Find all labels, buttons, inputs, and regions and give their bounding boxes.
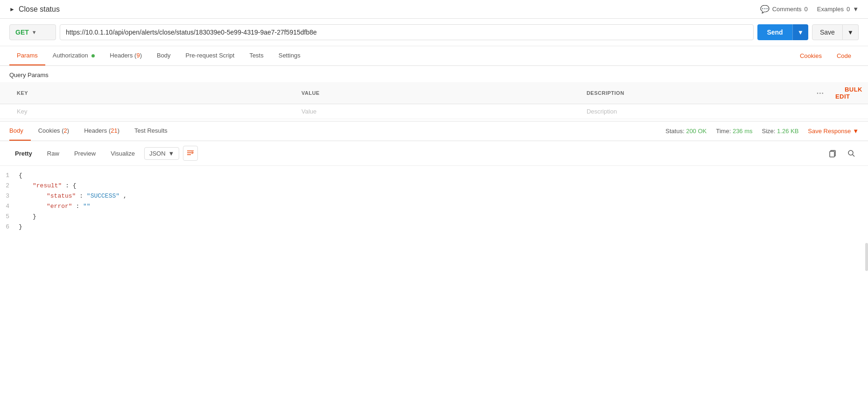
format-select-label: JSON: [149, 150, 166, 157]
tab-settings[interactable]: Settings: [271, 46, 308, 65]
code-area: 1 { 2 "result" : { 3 "status" : "SUCCESS…: [0, 166, 868, 237]
request-tabs: Params Authorization Headers (9) Body Pr…: [0, 46, 868, 66]
checkbox-cell: [0, 104, 11, 119]
line-content: }: [19, 212, 863, 222]
tab-authorization[interactable]: Authorization: [45, 46, 103, 65]
resp-tab-test-results[interactable]: Test Results: [134, 121, 175, 141]
page-title: Close status: [19, 5, 60, 14]
chevron-down-icon: ▼: [853, 128, 859, 135]
copy-button[interactable]: [825, 146, 840, 161]
line-content: "error" : "": [19, 201, 863, 212]
authorization-dot: [91, 54, 95, 57]
comments-count: 0: [805, 6, 808, 13]
col-desc-header: DESCRIPTION: [581, 82, 811, 104]
code-line-6: 6 }: [0, 222, 863, 232]
send-group: Send ▼: [757, 24, 808, 40]
size-value: 1.26 KB: [777, 128, 798, 135]
line-content: }: [19, 222, 863, 232]
line-content: "result" : {: [19, 181, 863, 191]
method-selector[interactable]: GET ▼: [9, 24, 56, 40]
save-response-button[interactable]: Save Response ▼: [808, 128, 859, 135]
copy-icon: [828, 149, 837, 157]
search-button[interactable]: [844, 146, 859, 161]
line-number: 5: [0, 212, 19, 222]
desc-cell-placeholder[interactable]: Description: [581, 104, 811, 119]
line-content: {: [19, 171, 863, 181]
tab-pre-request[interactable]: Pre-request Script: [178, 46, 242, 65]
status-label: Status: 200 OK: [665, 128, 707, 135]
svg-rect-4: [830, 151, 834, 157]
params-table: KEY VALUE DESCRIPTION ⋯ Bulk Edit Key Va…: [0, 82, 868, 119]
url-bar: GET ▼ Send ▼ Save ▼: [0, 19, 868, 46]
format-tab-preview[interactable]: Preview: [69, 147, 101, 160]
code-line-1: 1 {: [0, 171, 863, 181]
code-line-5: 5 }: [0, 212, 863, 222]
code-line-2: 2 "result" : {: [0, 181, 863, 191]
examples-label: Examples: [817, 6, 844, 13]
search-icon: [847, 149, 855, 157]
response-status: Status: 200 OK Time: 236 ms Size: 1.26 K…: [665, 128, 859, 135]
right-tab-code[interactable]: Code: [829, 47, 859, 65]
examples-button[interactable]: Examples 0 ▼: [817, 6, 859, 13]
time-label: Time: 236 ms: [716, 128, 752, 135]
query-params-section: Query Params KEY VALUE DESCRIPTION ⋯ Bul…: [0, 66, 868, 119]
line-number: 3: [0, 191, 19, 201]
send-button[interactable]: Send: [757, 24, 792, 40]
method-label: GET: [15, 28, 29, 36]
tab-tests[interactable]: Tests: [242, 46, 271, 65]
format-tab-visualize[interactable]: Visualize: [105, 147, 140, 160]
code-line-4: 4 "error" : "": [0, 201, 863, 212]
resp-tab-cookies[interactable]: Cookies (2): [38, 121, 77, 141]
value-cell-placeholder[interactable]: Value: [296, 104, 581, 119]
chevron-down-icon: ▼: [853, 6, 859, 13]
line-content: "status" : "SUCCESS" ,: [19, 191, 863, 201]
tab-headers[interactable]: Headers (9): [102, 46, 149, 65]
line-number: 4: [0, 201, 19, 212]
right-tabs: Cookies Code: [792, 47, 859, 65]
bulk-edit-cell: Bulk Edit: [830, 82, 868, 104]
actions-cell: [811, 104, 830, 119]
save-group: Save ▼: [812, 24, 859, 40]
format-select-arrow: ▼: [168, 150, 175, 157]
svg-line-6: [853, 155, 854, 157]
send-dropdown-button[interactable]: ▼: [792, 24, 808, 40]
tab-body[interactable]: Body: [149, 46, 178, 65]
resp-tab-headers[interactable]: Headers (21): [84, 121, 127, 141]
col-key-header: KEY: [11, 82, 296, 104]
resp-tab-body[interactable]: Body: [9, 121, 31, 141]
more-options-icon[interactable]: ⋯: [816, 89, 824, 97]
col-checkbox-header: [0, 82, 11, 104]
status-value: 200 OK: [686, 128, 707, 135]
wrap-button[interactable]: [183, 146, 198, 161]
line-number: 6: [0, 222, 19, 232]
line-number: 1: [0, 171, 19, 181]
tab-params[interactable]: Params: [9, 46, 45, 65]
top-bar-right: 💬 Comments 0 Examples 0 ▼: [760, 5, 859, 14]
top-bar: ► Close status 💬 Comments 0 Examples 0 ▼: [0, 0, 868, 19]
save-dropdown-button[interactable]: ▼: [843, 24, 859, 40]
triangle-right-icon: ►: [9, 6, 15, 13]
format-right: [825, 146, 859, 161]
comments-label: Comments: [772, 6, 802, 13]
col-actions-header: ⋯: [811, 82, 830, 104]
code-line-3: 3 "status" : "SUCCESS" ,: [0, 191, 863, 201]
time-value: 236 ms: [733, 128, 753, 135]
save-button[interactable]: Save: [812, 24, 843, 40]
extra-cell: [830, 104, 868, 119]
format-tab-pretty[interactable]: Pretty: [9, 147, 38, 160]
response-tabs-bar: Body Cookies (2) Headers (21) Test Resul…: [0, 121, 868, 141]
right-tab-cookies[interactable]: Cookies: [792, 47, 829, 65]
format-select[interactable]: JSON ▼: [144, 147, 180, 160]
size-label: Size: 1.26 KB: [762, 128, 799, 135]
url-input[interactable]: [60, 24, 754, 40]
line-number: 2: [0, 181, 19, 191]
method-dropdown-arrow: ▼: [32, 29, 37, 35]
comments-button[interactable]: 💬 Comments 0: [760, 5, 808, 14]
table-row-placeholder: Key Value Description: [0, 104, 868, 119]
format-tab-raw[interactable]: Raw: [42, 147, 65, 160]
query-params-label: Query Params: [0, 66, 868, 82]
col-value-header: VALUE: [296, 82, 581, 104]
bulk-edit-button[interactable]: Bulk Edit: [835, 86, 862, 100]
scrollbar-thumb[interactable]: [865, 243, 868, 271]
key-cell-placeholder[interactable]: Key: [11, 104, 296, 119]
